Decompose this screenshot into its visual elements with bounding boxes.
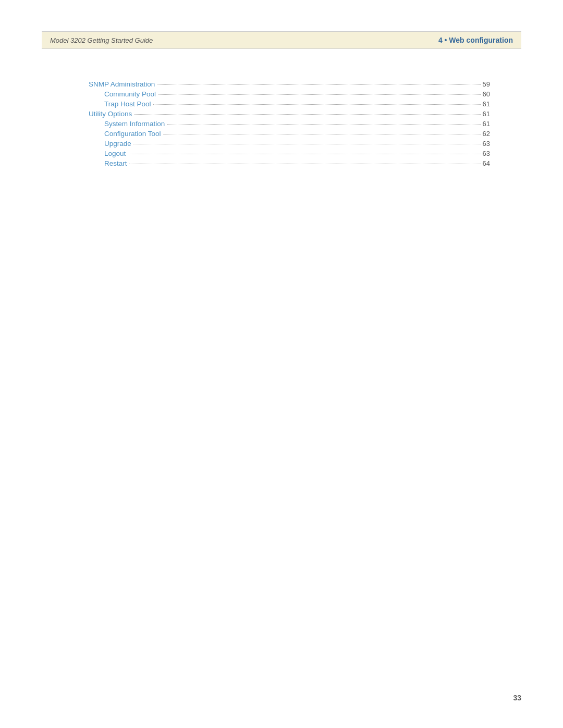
toc-link-logout[interactable]: Logout <box>104 150 126 157</box>
toc-page-utility-options: 61 <box>483 110 490 118</box>
toc-page-snmp-administration: 59 <box>483 80 490 88</box>
header-left: Model 3202 Getting Started Guide <box>50 36 153 44</box>
toc-page-upgrade: 63 <box>483 140 490 147</box>
toc-entry-trap-host-pool: Trap Host Pool61 <box>73 100 490 108</box>
toc-page-system-information: 61 <box>483 120 490 128</box>
toc-entry-restart: Restart64 <box>73 159 490 167</box>
toc-page-restart: 64 <box>483 159 490 167</box>
toc-link-trap-host-pool[interactable]: Trap Host Pool <box>104 100 151 108</box>
toc-page-community-pool: 60 <box>483 90 490 98</box>
toc-link-system-information[interactable]: System Information <box>104 120 165 128</box>
toc-container: SNMP Administration59Community Pool60Tra… <box>42 80 521 167</box>
toc-link-configuration-tool[interactable]: Configuration Tool <box>104 130 161 138</box>
toc-dots <box>158 94 480 95</box>
toc-page-configuration-tool: 62 <box>483 130 490 138</box>
toc-entry-logout: Logout63 <box>73 150 490 157</box>
toc-page-logout: 63 <box>483 150 490 157</box>
toc-entry-utility-options: Utility Options61 <box>73 110 490 118</box>
toc-dots <box>163 134 481 134</box>
toc-dots <box>128 154 480 154</box>
header-bar: Model 3202 Getting Started Guide 4 • Web… <box>42 31 521 49</box>
toc-dots <box>153 104 481 105</box>
toc-entry-snmp-administration: SNMP Administration59 <box>73 80 490 88</box>
toc-entry-system-information: System Information61 <box>73 120 490 128</box>
toc-dots <box>129 164 481 164</box>
page-number: 33 <box>513 694 521 702</box>
toc-link-upgrade[interactable]: Upgrade <box>104 140 131 147</box>
toc-page-trap-host-pool: 61 <box>483 100 490 108</box>
toc-entry-upgrade: Upgrade63 <box>73 140 490 147</box>
toc-dots <box>134 114 480 115</box>
header-right: 4 • Web configuration <box>438 36 513 44</box>
page-container: Model 3202 Getting Started Guide 4 • Web… <box>0 0 563 728</box>
toc-link-community-pool[interactable]: Community Pool <box>104 90 156 98</box>
toc-link-restart[interactable]: Restart <box>104 159 127 167</box>
toc-dots <box>167 124 480 125</box>
toc-entry-configuration-tool: Configuration Tool62 <box>73 130 490 138</box>
toc-link-utility-options[interactable]: Utility Options <box>89 110 132 118</box>
toc-link-snmp-administration[interactable]: SNMP Administration <box>89 80 155 88</box>
toc-dots <box>133 144 481 144</box>
toc-dots <box>157 84 480 85</box>
toc-entry-community-pool: Community Pool60 <box>73 90 490 98</box>
